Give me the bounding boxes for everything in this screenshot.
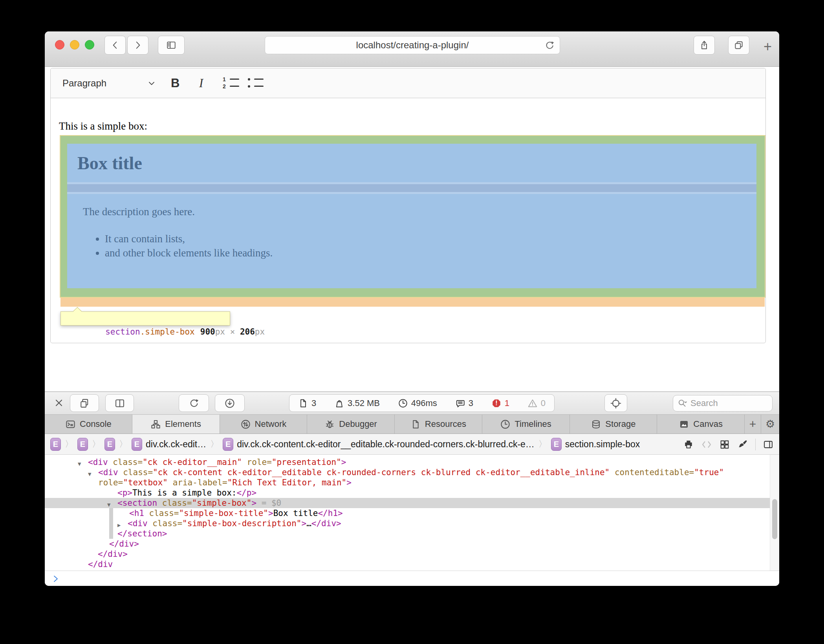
breadcrumb-item[interactable]: Esection.simple-box — [551, 438, 640, 451]
breadcrumb-item[interactable]: E — [50, 438, 61, 451]
stat-document[interactable]: 3 — [298, 398, 316, 408]
bold-button[interactable]: B — [171, 68, 179, 98]
printer-button[interactable] — [683, 439, 694, 450]
italic-label: I — [199, 76, 203, 90]
dom-tree[interactable]: ▼<div class="ck ck-editor__main" role="p… — [45, 455, 779, 571]
dock-side-button[interactable] — [70, 394, 99, 412]
resource-stats[interactable]: 33.52 MB496ms3!10 — [289, 394, 555, 412]
grid-button[interactable] — [719, 439, 730, 450]
forward-button[interactable] — [127, 36, 148, 55]
sidebar-toggle-button[interactable] — [158, 36, 185, 55]
zoom-window-button[interactable] — [85, 40, 94, 49]
tab-label: Network — [255, 419, 287, 429]
divider — [755, 439, 756, 450]
tab-debugger[interactable]: Debugger — [307, 415, 395, 434]
web-page: Paragraph B I 1 2 — [45, 67, 779, 392]
stat-weight[interactable]: 3.52 MB — [334, 398, 380, 408]
reload-page-button[interactable] — [179, 394, 209, 412]
breadcrumb-separator: 〉 — [119, 438, 128, 450]
breadcrumb-item[interactable]: Ediv.ck.ck-content.ck-editor__editable.c… — [223, 438, 535, 451]
dom-node[interactable]: </div> — [45, 539, 779, 549]
sidebar-right-button[interactable] — [763, 439, 774, 450]
stat-error-badge[interactable]: !1 — [491, 398, 509, 408]
editor-paragraph[interactable]: This is a simple box: — [59, 120, 147, 132]
split-view-button[interactable] — [105, 394, 134, 412]
minimize-window-button[interactable] — [70, 40, 79, 49]
split-pane-icon — [114, 398, 125, 409]
console-prompt[interactable] — [45, 571, 779, 586]
dom-node[interactable]: </div> — [45, 549, 779, 559]
stat-warning-triangle[interactable]: 0 — [527, 398, 546, 408]
prompt-chevron-icon — [51, 574, 60, 584]
safari-window: localhost/creating-a-plugin/ + — [45, 31, 779, 586]
speech-bubble-icon — [455, 398, 465, 408]
dom-node[interactable]: <p>This is a simple box:</p> — [45, 488, 779, 498]
tab-canvas[interactable]: Canvas — [657, 415, 745, 434]
search-input[interactable] — [690, 398, 756, 409]
bulleted-list-button[interactable] — [246, 68, 264, 98]
italic-button[interactable]: I — [199, 68, 203, 98]
box-description-block[interactable]: The description goes here. It can contai… — [67, 194, 756, 288]
tab-storage[interactable]: Storage — [570, 415, 657, 434]
code-brackets-button[interactable] — [701, 439, 712, 450]
close-icon[interactable] — [54, 398, 64, 408]
tab-resources[interactable]: Resources — [395, 415, 482, 434]
breadcrumb-item[interactable]: Ediv.ck.ck-edit… — [132, 438, 206, 451]
tab-timelines[interactable]: Timelines — [482, 415, 570, 434]
share-button[interactable] — [694, 36, 715, 55]
dom-node[interactable]: <h1 class="simple-box-title">Box title</… — [45, 508, 779, 518]
breadcrumb-item[interactable]: E — [104, 438, 115, 451]
dom-node-selected[interactable]: ▼<section class="simple-box"> = $0 — [45, 498, 770, 508]
scrollbar-thumb[interactable] — [772, 499, 777, 539]
breadcrumb-label: div.ck.ck-edit… — [146, 439, 206, 450]
dom-node[interactable]: role="textbox" aria-label="Rich Text Edi… — [45, 478, 779, 488]
search-icon — [677, 398, 687, 408]
crosshair-icon — [610, 398, 621, 409]
breadcrumb-item[interactable]: E — [77, 438, 88, 451]
address-bar[interactable]: localhost/creating-a-plugin/ — [265, 36, 560, 54]
dom-node[interactable]: ▶<div class="simple-box-description">…</… — [45, 518, 779, 529]
tab-label: Debugger — [339, 419, 377, 429]
breadcrumb-separator: 〉 — [65, 438, 73, 450]
element-picker-button[interactable] — [604, 394, 627, 412]
box-title-block[interactable]: Box title — [67, 144, 756, 182]
dom-node[interactable]: </section> — [45, 529, 779, 539]
tab-overview-button[interactable] — [728, 36, 749, 55]
tab-network[interactable]: Network — [220, 415, 308, 434]
bold-label: B — [171, 76, 179, 90]
breadcrumb-separator: 〉 — [92, 438, 101, 450]
download-button[interactable] — [215, 394, 245, 412]
back-button[interactable] — [104, 36, 126, 55]
inspector-toolbar: 33.52 MB496ms3!10 — [45, 392, 779, 415]
dom-node[interactable]: ▼<div class="ck ck-content ck-editor__ed… — [45, 467, 779, 478]
highlight-margin-band — [67, 184, 756, 192]
scrollbar-track[interactable] — [770, 455, 779, 571]
tab-console[interactable]: Console — [45, 415, 132, 434]
breadcrumb-separator: 〉 — [210, 438, 219, 450]
paragraph-dropdown[interactable]: Paragraph — [62, 68, 106, 98]
dom-breadcrumb-bar: E〉E〉E〉Ediv.ck.ck-edit…〉Ediv.ck.ck-conten… — [45, 434, 779, 455]
add-tab-button[interactable]: + — [745, 415, 761, 434]
tab-label: Elements — [165, 419, 201, 429]
tab-elements[interactable]: Elements — [132, 415, 220, 434]
settings-gear-button[interactable]: ⚙ — [761, 415, 779, 434]
paintbrush-button[interactable] — [737, 439, 748, 450]
inspector-search[interactable] — [673, 395, 773, 412]
box-description-text: The description goes here. — [83, 206, 195, 218]
stat-value: 3.52 MB — [348, 398, 380, 408]
chevron-right-icon — [133, 40, 143, 50]
reload-icon[interactable] — [544, 40, 555, 51]
tab-label: Timelines — [515, 419, 551, 429]
window-controls — [55, 40, 94, 49]
numbered-list-button[interactable]: 1 2 — [222, 68, 239, 98]
chevron-down-icon[interactable] — [147, 68, 156, 98]
close-window-button[interactable] — [55, 40, 64, 49]
dom-node[interactable]: </div — [45, 559, 779, 569]
stat-speech-bubble[interactable]: 3 — [455, 398, 473, 408]
stat-clock[interactable]: 496ms — [398, 398, 437, 408]
inspector-size-tooltip: section.simple-box900px × 206px — [60, 311, 230, 326]
dom-node[interactable]: ▼<div class="ck ck-editor__main" role="p… — [45, 457, 779, 467]
debugger-tab-icon — [324, 419, 335, 430]
document-icon — [298, 398, 308, 408]
new-tab-button[interactable]: + — [764, 38, 772, 55]
